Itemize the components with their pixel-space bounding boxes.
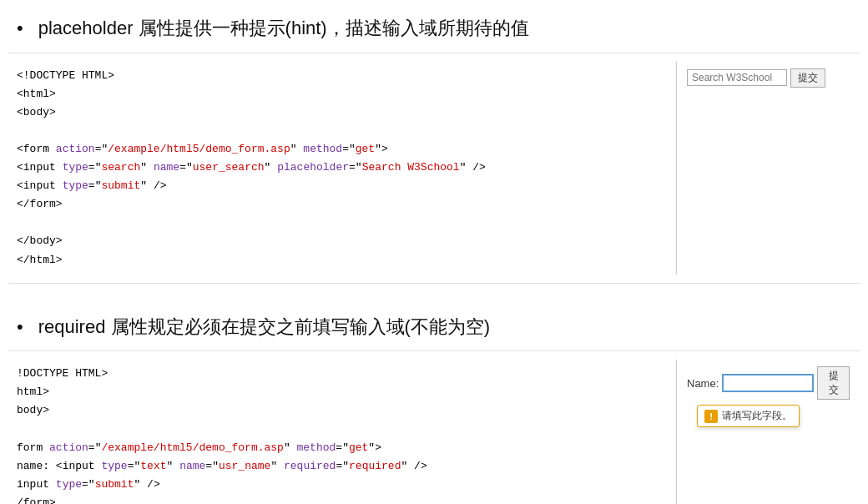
code2-line3: body> [17, 401, 668, 420]
heading2-text: required 属性规定必须在提交之前填写输入域(不能为空) [38, 315, 490, 340]
section1-demo: 提交 [676, 62, 860, 275]
code2-line5: form action="/example/html5/demo_form.as… [17, 439, 668, 457]
code2-line7: input type="submit" /> [17, 476, 668, 494]
code2-line1: !DOCTYPE HTML> [17, 365, 668, 383]
demo1-search-row: 提交 [687, 68, 825, 88]
code1-line4 [17, 122, 668, 140]
demo2-tooltip: ! 请填写此字段。 [697, 405, 800, 427]
code2-line8: /form> [17, 494, 668, 504]
section1: • placeholder 属性提供一种提示(hint)，描述输入域所期待的值 … [8, 17, 860, 284]
demo1-submit-button[interactable]: 提交 [790, 68, 825, 88]
code1-line10: </body> [17, 232, 668, 250]
demo1-search-input[interactable] [687, 69, 787, 86]
code2-line2: html> [17, 383, 668, 401]
code1-line8: </form> [17, 195, 668, 214]
demo2-required-row: Name: 提交 [687, 366, 850, 400]
section2-heading: • required 属性规定必须在提交之前填写输入域(不能为空) [8, 315, 860, 340]
code1-line1: <!DOCTYPE HTML> [17, 67, 668, 85]
section1-code: <!DOCTYPE HTML> <html> <body> <form acti… [8, 62, 676, 275]
tooltip-text: 请填写此字段。 [722, 409, 792, 423]
tooltip-warning-icon: ! [704, 410, 718, 423]
demo2-name-input[interactable] [722, 374, 814, 392]
heading1-text: placeholder 属性提供一种提示(hint)，描述输入域所期待的值 [38, 17, 529, 41]
code1-line2: <html> [17, 85, 668, 103]
section1-body: <!DOCTYPE HTML> <html> <body> <form acti… [8, 53, 860, 284]
section2-body: !DOCTYPE HTML> html> body> form action="… [8, 350, 860, 504]
code1-line9 [17, 214, 668, 232]
code1-line11: </html> [17, 251, 668, 270]
code2-line4 [17, 421, 668, 439]
page-container: • placeholder 属性提供一种提示(hint)，描述输入域所期待的值 … [0, 0, 868, 504]
spacer1 [8, 300, 860, 315]
section2-code: !DOCTYPE HTML> html> body> form action="… [8, 360, 676, 504]
code1-line6: <input type="search" name="user_search" … [17, 159, 668, 177]
code2-line6: name: <input type="text" name="usr_name"… [17, 457, 668, 476]
demo2-submit-button[interactable]: 提交 [817, 366, 850, 400]
code1-line3: <body> [17, 103, 668, 122]
code1-line5: <form action="/example/html5/demo_form.a… [17, 140, 668, 159]
code1-line7: <input type="submit" /> [17, 177, 668, 195]
demo2-name-label: Name: [687, 377, 719, 390]
bullet1: • [17, 17, 23, 41]
bullet2: • [17, 315, 23, 340]
section1-heading: • placeholder 属性提供一种提示(hint)，描述输入域所期待的值 [8, 17, 860, 41]
section2-demo: Name: 提交 ! 请填写此字段。 [676, 360, 860, 504]
section2: • required 属性规定必须在提交之前填写输入域(不能为空) !DOCTY… [8, 315, 860, 504]
